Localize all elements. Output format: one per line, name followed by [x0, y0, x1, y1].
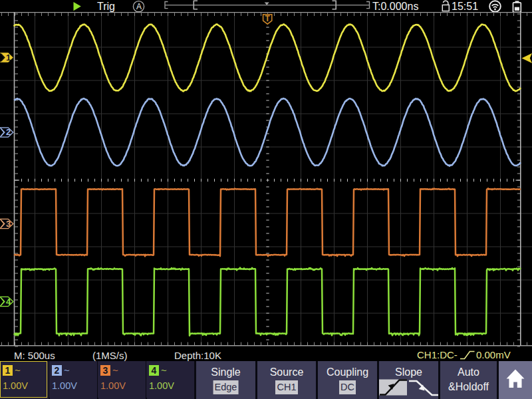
svg-text:2: 2 — [6, 127, 11, 137]
svg-text:3: 3 — [6, 219, 11, 229]
svg-text:T: T — [265, 14, 271, 23]
svg-text:4: 4 — [6, 297, 11, 307]
svg-text:1: 1 — [6, 53, 11, 63]
